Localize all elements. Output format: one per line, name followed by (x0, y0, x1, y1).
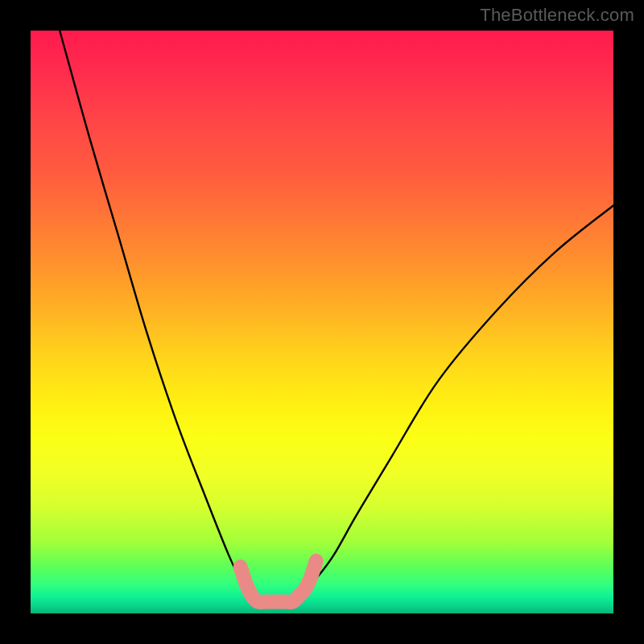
chart-svg (31, 31, 613, 613)
plot-area (31, 31, 613, 613)
watermark-text: TheBottleneck.com (480, 5, 634, 26)
curve-bottom-accent (241, 561, 316, 602)
chart-frame: TheBottleneck.com (0, 0, 644, 644)
curve-right (304, 205, 613, 590)
curve-left (60, 31, 252, 590)
